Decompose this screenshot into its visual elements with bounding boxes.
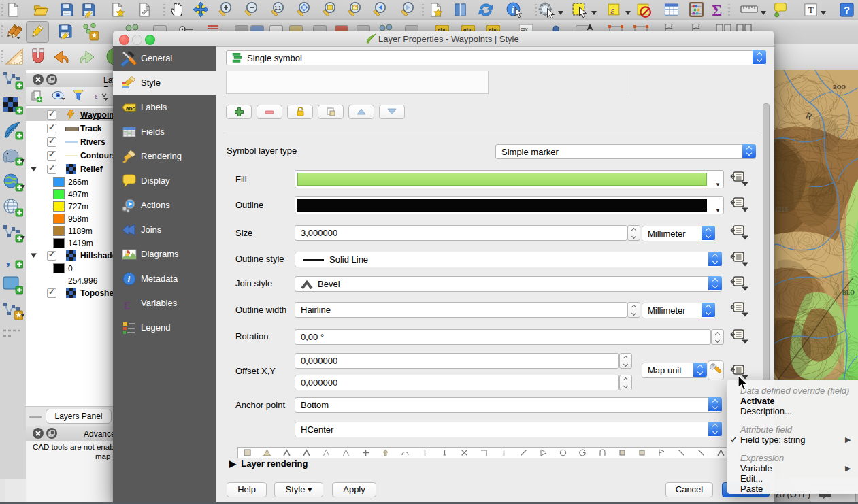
svg-text:ε: ε <box>610 5 614 16</box>
svg-text:i: i <box>512 5 514 15</box>
svg-text:abc: abc <box>126 105 135 112</box>
svg-text:1:1: 1:1 <box>275 5 282 10</box>
svg-text:csv: csv <box>521 27 528 31</box>
svg-text:1218: 1218 <box>775 206 788 213</box>
svg-text:BLO: BLO <box>842 289 855 296</box>
svg-text:,: , <box>6 250 10 268</box>
svg-text:ε: ε <box>124 295 131 312</box>
svg-text:?: ? <box>844 5 850 16</box>
svg-text:T: T <box>808 5 814 15</box>
svg-text:Σ: Σ <box>712 2 722 18</box>
svg-text:ε: ε <box>95 90 99 101</box>
svg-text:BOO: BOO <box>833 84 846 90</box>
svg-text:i: i <box>128 274 131 284</box>
